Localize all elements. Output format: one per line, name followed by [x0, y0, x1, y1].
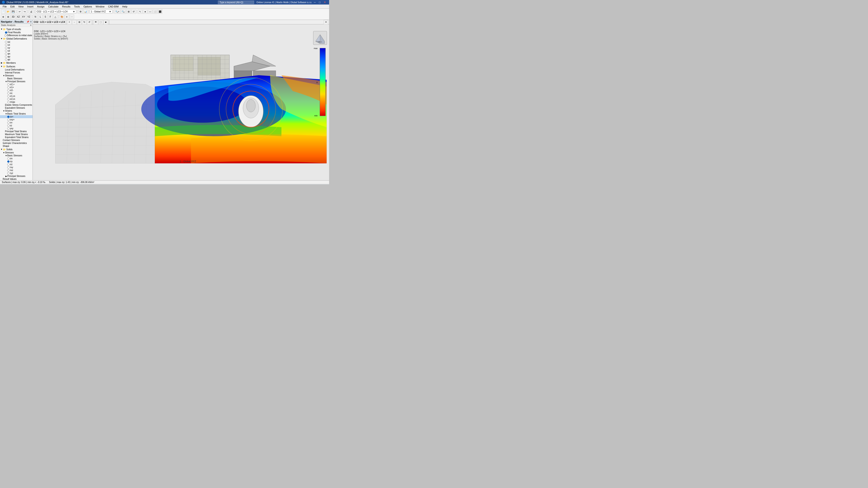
- new-button[interactable]: 📄: [1, 9, 5, 14]
- vp-close[interactable]: ✕: [324, 20, 328, 24]
- tree-equiv-total-strains[interactable]: Equivalent Total Strains: [0, 136, 33, 139]
- radio-ux[interactable]: [5, 44, 7, 46]
- view-dropdown[interactable]: 1 - Global XYZ ▼: [90, 9, 112, 13]
- tree-result-values[interactable]: Result Values: [0, 177, 33, 180]
- radio-uy[interactable]: [5, 47, 7, 49]
- menu-cad-bim[interactable]: CAD-BIM: [106, 4, 120, 8]
- tree-solids-txy[interactable]: τxy: [0, 166, 33, 169]
- close-button[interactable]: ✕: [322, 0, 327, 4]
- view-yz-button[interactable]: YZ: [26, 14, 31, 19]
- radio-differences[interactable]: [4, 34, 6, 37]
- solid-button[interactable]: ⬛: [158, 9, 162, 14]
- radio-sy[interactable]: [7, 160, 9, 163]
- radio-s2mm[interactable]: [7, 98, 9, 100]
- load-case-dropdown[interactable]: CO2 · LC1 + LC2 + LC3 + LC4 ▼: [35, 9, 76, 13]
- menu-insert[interactable]: Insert: [25, 4, 35, 8]
- radio-sc[interactable]: [7, 92, 9, 94]
- view-3d-button[interactable]: 3D: [11, 14, 16, 19]
- menu-window[interactable]: Window: [94, 4, 106, 8]
- node-button[interactable]: ●: [143, 9, 147, 14]
- tree-global-deformations[interactable]: ▼ 📁 Global Deformations: [0, 37, 33, 40]
- display-nodes-button[interactable]: N: [33, 14, 38, 19]
- tree-uy[interactable]: uy: [0, 46, 33, 49]
- navigator-close-button[interactable]: ✕: [30, 21, 32, 23]
- radio-epsx-m[interactable]: [7, 122, 9, 124]
- tree-epsx-plus[interactable]: εx+: [0, 115, 33, 118]
- radio-phix[interactable]: [5, 53, 7, 55]
- search-input[interactable]: Type a keyword (Alt+Q): [218, 1, 254, 4]
- navigator-pin-button[interactable]: 📌: [26, 21, 29, 23]
- radio-tyz[interactable]: [7, 172, 9, 174]
- vp-wireframe[interactable]: ⬚: [98, 20, 103, 24]
- tree-equiv-stresses[interactable]: Equivalent Stresses: [0, 106, 33, 109]
- tree-phix[interactable]: φx: [0, 52, 33, 55]
- radio-s1m[interactable]: [7, 95, 9, 97]
- grid-button[interactable]: ⊞: [6, 14, 10, 19]
- tree-solids-basic-stresses[interactable]: ▼ Basic Stresses: [0, 154, 33, 157]
- menu-edit[interactable]: Edit: [8, 4, 17, 8]
- tree-taumax[interactable]: τmax: [0, 101, 33, 103]
- tree-contact-stresses[interactable]: Contact Stresses: [0, 139, 33, 142]
- tree-surfaces[interactable]: ▼ 📁 Surfaces: [0, 65, 33, 68]
- tree-solids-stresses[interactable]: ▼ Stresses: [0, 151, 33, 154]
- radio-s2p[interactable]: [7, 84, 9, 86]
- menu-help[interactable]: Help: [121, 4, 129, 8]
- open-button[interactable]: 📂: [6, 9, 10, 14]
- view-xy-button[interactable]: XY: [21, 14, 26, 19]
- tree-local-deformations[interactable]: Local Deformations: [0, 68, 33, 71]
- tree-solids-txz[interactable]: τxz: [0, 169, 33, 172]
- vp-fit[interactable]: ⊞: [77, 20, 82, 24]
- tree-stresses[interactable]: ▼ Stresses: [0, 74, 33, 77]
- tree-epsxy-plus[interactable]: εxy+: [0, 118, 33, 121]
- vp-rotate-ccw[interactable]: ↺: [87, 20, 92, 24]
- vp-rotate-cw[interactable]: ↻: [82, 20, 87, 24]
- radio-uz[interactable]: [5, 50, 7, 52]
- radio-s2m[interactable]: [7, 89, 9, 92]
- results-button[interactable]: 📊: [83, 9, 88, 14]
- radio-epsx[interactable]: [7, 116, 9, 118]
- tree-gammaxy[interactable]: γxy: [0, 127, 33, 130]
- line-button[interactable]: —: [148, 9, 152, 14]
- zoom-out-button[interactable]: 🔍-: [121, 9, 126, 14]
- tree-differences[interactable]: Differences to initial state: [0, 34, 33, 37]
- tree-ux[interactable]: ux: [0, 43, 33, 46]
- radio-epsz[interactable]: [7, 125, 9, 127]
- tree-shape[interactable]: Shape: [0, 144, 33, 148]
- tree-solids[interactable]: ▼ 📁 Solids: [0, 148, 33, 151]
- tree-sigma2p[interactable]: σ2,+: [0, 83, 33, 86]
- print-button[interactable]: 🖨: [29, 9, 33, 14]
- radio-s1p[interactable]: [7, 86, 9, 89]
- tree-u-abs[interactable]: |u|: [0, 40, 33, 43]
- tree-members[interactable]: ▶ 📁 Members: [0, 61, 33, 65]
- tree-epsx-minus[interactable]: εx-: [0, 121, 33, 124]
- tree-basic-total-strains[interactable]: ▼ Basic Total Strains: [0, 112, 33, 115]
- menu-results[interactable]: Results: [60, 4, 72, 8]
- radio-phiz[interactable]: [5, 59, 7, 61]
- tree-solids-principal[interactable]: ▶ Principal Stresses: [0, 175, 33, 177]
- tree-principal-stresses[interactable]: ▼ Principal Stresses: [0, 80, 33, 83]
- display-surfaces-button[interactable]: S: [43, 14, 48, 19]
- radio-txy[interactable]: [7, 166, 9, 168]
- menu-file[interactable]: File: [1, 4, 8, 8]
- tree-isotropic[interactable]: Isotropic Characteristics: [0, 142, 33, 144]
- tree-principal-total-strains[interactable]: Principal Total Strains: [0, 130, 33, 133]
- tree-sigma1m[interactable]: σ1,m: [0, 95, 33, 98]
- tree-solids-tyz[interactable]: τyz: [0, 172, 33, 175]
- snap-button[interactable]: ⊕: [1, 14, 5, 19]
- radio-phiy[interactable]: [5, 56, 7, 58]
- redo-button[interactable]: ↪: [22, 9, 27, 14]
- vp-solid[interactable]: ■: [103, 20, 108, 24]
- contours-button[interactable]: ≡: [65, 14, 69, 19]
- calc-button[interactable]: ⚙: [78, 9, 83, 14]
- tree-elastic-stress[interactable]: Elastic Stress Components: [0, 103, 33, 106]
- tree-sigma2mm[interactable]: σ2,m: [0, 98, 33, 101]
- display-supports-button[interactable]: △: [53, 14, 58, 19]
- zoom-fit-button[interactable]: ⊞: [126, 9, 131, 14]
- menu-view[interactable]: View: [17, 4, 26, 8]
- undo-button[interactable]: ↩: [18, 9, 22, 14]
- radio-tmax[interactable]: [7, 101, 9, 103]
- tree-strains-surf[interactable]: ▼ Strains: [0, 109, 33, 112]
- vp-zoom-in[interactable]: +: [67, 20, 72, 24]
- tree-solids-sx[interactable]: σx: [0, 157, 33, 160]
- radio-sx[interactable]: [7, 158, 9, 160]
